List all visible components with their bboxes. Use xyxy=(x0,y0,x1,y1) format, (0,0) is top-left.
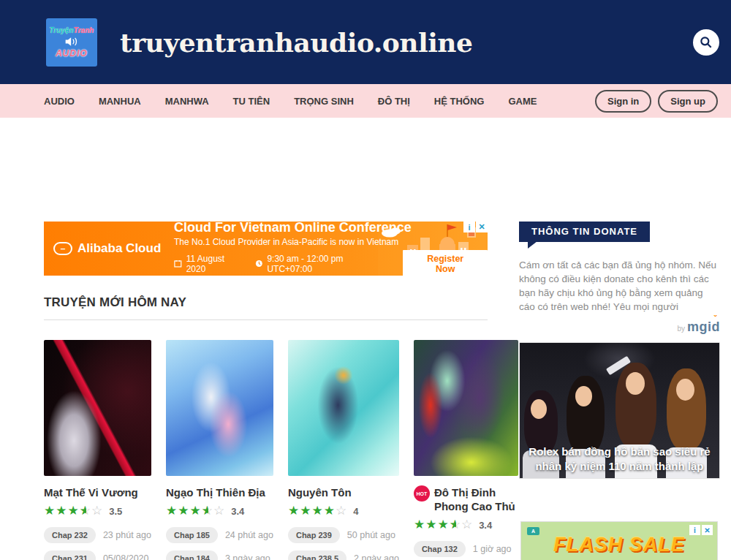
comic-cover[interactable] xyxy=(414,340,518,476)
main-navbar: AUDIOMANHUAMANHWATU TIÊNTRỌNG SINHĐÔ THỊ… xyxy=(0,84,731,118)
star-full-icon: ★ xyxy=(425,518,437,531)
star-half-icon: ☆★ xyxy=(80,504,91,518)
register-now-button[interactable]: Register Now xyxy=(403,250,488,276)
hot-badge: HOT xyxy=(414,485,430,502)
photo-ad-caption: Rolex bán đồng hồ bản sao siêu rẻ nhân k… xyxy=(520,444,719,474)
nav-item-he-thong[interactable]: HỆ THỐNG xyxy=(434,96,485,107)
sidebar-photo-ad[interactable]: Rolex bán đồng hồ bản sao siêu rẻ nhân k… xyxy=(519,342,720,479)
nav-item-manhwa[interactable]: MANHWA xyxy=(165,96,209,107)
chapter-row: Chap 1321 giờ ago xyxy=(414,541,518,557)
mgid-logo: mgidˇ xyxy=(687,319,720,334)
sign-in-button[interactable]: Sign in xyxy=(595,90,651,113)
chapter-time: 50 phút ago xyxy=(347,530,395,540)
rating-value: 3.4 xyxy=(231,506,244,517)
calendar-icon xyxy=(174,260,182,268)
star-half-fill: ★ xyxy=(80,504,86,518)
chapter-button[interactable]: Chap 239 xyxy=(288,527,340,543)
clock-icon xyxy=(255,260,263,268)
star-full-icon: ★ xyxy=(288,504,300,518)
star-full-icon: ★ xyxy=(311,504,323,518)
star-full-icon: ★ xyxy=(437,518,449,531)
star-full-icon: ★ xyxy=(300,504,311,518)
rating-value: 3.4 xyxy=(479,520,492,531)
comic-title[interactable]: Đô Thị Đỉnh Phong Cao Thủ xyxy=(434,485,518,513)
search-icon xyxy=(699,35,713,50)
logo-text-audio: AUDIO xyxy=(56,48,88,58)
logo-text-top: TruyệnTranh xyxy=(50,26,94,34)
star-full-icon: ★ xyxy=(189,504,201,518)
chapter-row: Chap 1843 ngày ago xyxy=(166,550,273,560)
rating-value: 4 xyxy=(353,506,358,517)
star-empty-icon: ☆ xyxy=(336,504,347,518)
chapter-time: 24 phút ago xyxy=(225,530,273,540)
ad-close-icon[interactable]: ✕ xyxy=(476,222,488,232)
flash-ad-brand-badge: A xyxy=(527,527,539,535)
comic-cover[interactable] xyxy=(288,340,399,476)
comic-title[interactable]: Ngạo Thị Thiên Địa xyxy=(166,485,265,499)
auth-buttons: Sign in Sign up xyxy=(595,90,718,113)
flash-ad-info-icon[interactable]: i xyxy=(689,525,700,535)
chapter-button[interactable]: Chap 184 xyxy=(166,550,218,560)
ad-banner-time: 9:30 am - 12:00 pm UTC+07:00 xyxy=(267,254,387,274)
ad-info-icon[interactable]: i xyxy=(463,222,475,232)
star-empty-icon: ☆ xyxy=(213,504,225,518)
comic-title[interactable]: Mạt Thế Vi Vương xyxy=(44,485,138,499)
comic-card-o-thi-inh-phong-cao-thu: HOTĐô Thị Đỉnh Phong Cao Thủ★★★☆★☆3.4Cha… xyxy=(414,340,518,560)
mgid-by-label: by xyxy=(677,325,685,333)
sidebar: THÔNG TIN DONATE Cám ơn tất cả các bạn đ… xyxy=(519,118,720,560)
comic-title-row: HOTĐô Thị Đỉnh Phong Cao Thủ xyxy=(414,485,518,513)
comic-title-row: Nguyên Tôn xyxy=(288,485,399,499)
chapter-button[interactable]: Chap 132 xyxy=(414,541,466,557)
chapter-row: Chap 238.52 ngày ago xyxy=(288,550,399,560)
ad-banner-title: Cloud For Vietnam Online Conference xyxy=(174,222,488,235)
star-empty-icon: ☆ xyxy=(461,518,473,531)
comic-title[interactable]: Nguyên Tôn xyxy=(288,485,352,499)
chapter-button[interactable]: Chap 232 xyxy=(44,527,96,543)
comic-card-mat-the-vi-vuong: Mạt Thế Vi Vương★★★☆★☆3.5Chap 23223 phút… xyxy=(44,340,151,560)
star-half-fill: ★ xyxy=(450,518,456,531)
chapter-button[interactable]: Chap 185 xyxy=(166,527,218,543)
rating-stars: ★★★★☆4 xyxy=(288,504,399,518)
rating-stars: ★★★☆★☆3.4 xyxy=(414,518,518,531)
nav-item-audio[interactable]: AUDIO xyxy=(44,96,75,107)
site-logo[interactable]: TruyệnTranh AUDIO xyxy=(46,18,97,67)
comic-cover[interactable] xyxy=(166,340,273,476)
star-full-icon: ★ xyxy=(44,504,56,518)
chapter-button[interactable]: Chap 231 xyxy=(44,550,96,560)
alibaba-ad-banner[interactable]: – Alibaba Cloud Cloud For Vietnam Online… xyxy=(44,222,488,276)
ad-banner-subtitle: The No.1 Cloud Provider in Asia-Pacific … xyxy=(174,237,488,247)
donate-title-badge: THÔNG TIN DONATE xyxy=(519,222,650,242)
star-full-icon: ★ xyxy=(68,504,80,518)
chapter-row: Chap 23950 phút ago xyxy=(288,527,399,543)
nav-item-game[interactable]: GAME xyxy=(508,96,537,107)
star-empty-icon: ☆ xyxy=(91,504,103,518)
search-button[interactable] xyxy=(693,29,719,56)
flash-ad-close-icon[interactable]: ✕ xyxy=(702,525,713,535)
nav-item-manhua[interactable]: MANHUA xyxy=(99,96,141,107)
flash-sale-ad[interactable]: A i ✕ FLASH SALE XEM NGAY xyxy=(520,521,718,560)
chapter-time: 2 ngày ago xyxy=(354,553,399,560)
alibaba-cloud-logo: – Alibaba Cloud xyxy=(44,241,174,256)
star-full-icon: ★ xyxy=(178,504,189,518)
star-full-icon: ★ xyxy=(56,504,67,518)
chapter-button[interactable]: Chap 238.5 xyxy=(288,550,346,560)
chapter-time: 23 phút ago xyxy=(103,530,151,540)
mgid-accent: ˇ xyxy=(714,314,718,325)
star-half-icon: ☆★ xyxy=(202,504,213,518)
nav-item-tu-tien[interactable]: TU TIÊN xyxy=(233,96,270,107)
sign-up-button[interactable]: Sign up xyxy=(658,90,718,113)
nav-items: AUDIOMANHUAMANHWATU TIÊNTRỌNG SINHĐÔ THỊ… xyxy=(44,96,561,107)
ad-choices: i ✕ xyxy=(463,222,488,232)
flash-sale-title: FLASH SALE xyxy=(553,534,685,556)
ad-banner-date: 11 August 2020 xyxy=(186,254,245,274)
rating-stars: ★★★☆★☆3.5 xyxy=(44,504,151,518)
nav-item-o-thi[interactable]: ĐÔ THỊ xyxy=(378,96,410,107)
star-full-icon: ★ xyxy=(166,504,178,518)
mgid-attribution[interactable]: bymgidˇ xyxy=(519,319,720,335)
speaker-icon xyxy=(64,36,79,48)
comic-card-ngao-thi-thien-ia: Ngạo Thị Thiên Địa★★★☆★☆3.4Chap 18524 ph… xyxy=(166,340,273,560)
star-full-icon: ★ xyxy=(414,518,425,531)
rating-value: 3.5 xyxy=(109,506,122,517)
comic-cover[interactable] xyxy=(44,340,151,476)
nav-item-trong-sinh[interactable]: TRỌNG SINH xyxy=(294,96,354,107)
